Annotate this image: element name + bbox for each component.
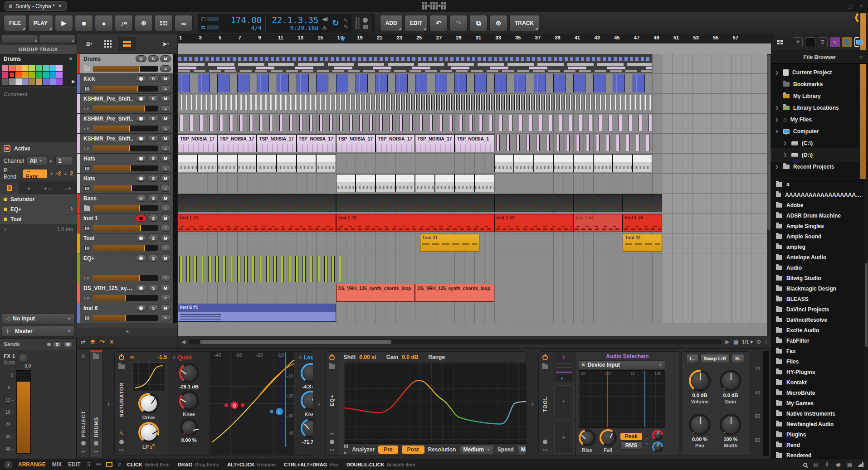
width-knob[interactable]: 100 %Width [720,414,741,448]
marker-band[interactable] [178,43,771,54]
mute-button[interactable]: M [160,305,171,311]
folder-fabfilter[interactable]: FabFilter [771,335,868,346]
swap-lr-button[interactable]: Swap L/R [700,354,730,363]
tree-item-computer[interactable]: ∨Computer [771,126,868,137]
color-swatch[interactable] [43,72,49,78]
sends-mute-button[interactable]: M [63,341,73,348]
project-tab[interactable]: Sonify - Chyba * ✕ [5,1,67,11]
clip-pattern[interactable] [277,154,297,172]
folder-antelope-audio[interactable]: Antelope Audio [771,252,868,262]
solo-button[interactable]: S [148,215,159,222]
keyboard-icon[interactable]: ▦ [847,461,852,468]
sidechain-lowcut-line[interactable] [607,371,608,427]
eq-curve-display[interactable] [344,363,527,444]
clip-pattern[interactable] [613,154,633,172]
track-menu-button[interactable]: ≡ [160,85,171,92]
panel-active-icon[interactable] [106,462,112,467]
clip-pattern[interactable] [623,194,662,212]
modulator-slot-1[interactable]: + [554,385,574,418]
folder-ample-sound[interactable]: Ample Sound [771,231,868,242]
add-device-slot-3[interactable]: + [527,350,538,457]
arrange-view-icon[interactable] [118,37,136,51]
device-enabled-icon[interactable] [4,208,7,211]
add-device-slot-2[interactable]: + [313,350,325,457]
solo-button[interactable]: S [148,95,159,102]
record-arm-button[interactable] [136,135,146,142]
clip-pattern[interactable] [435,174,455,192]
quiet-threshold-knob[interactable]: -28.1 dB [179,363,199,389]
folder-bitwig-studio[interactable]: Bitwig Studio [771,273,868,283]
quiet-amount-knob[interactable]: 0.00 % [180,418,198,443]
io-toggle-icon[interactable]: ⇄ [81,339,86,345]
zoom-in-icon[interactable]: ⊕ [756,339,761,345]
record-arm-button[interactable] [136,155,146,162]
track-header-bass[interactable]: BassSM≡ [77,194,177,213]
mute-button[interactable]: M [160,175,171,182]
rise-knob[interactable]: Rise [579,429,596,453]
track-name[interactable]: Kick [83,76,134,82]
track-menu-button[interactable]: ≡ [160,315,171,321]
clip-pattern[interactable] [198,154,218,172]
inspector-device-eq[interactable]: EQ+⌇ [0,204,77,214]
record-arm-button[interactable] [136,55,146,62]
position-display[interactable]: 22.1.3.35 0:29.168 [269,15,318,32]
zoom-fit-icon[interactable]: ↕ [765,339,767,345]
clip-ds_vrh_125_synth_chords_loop[interactable]: DS_VRH_125_synth_chords_loop [336,284,415,302]
folder-kontakt[interactable]: Kontakt [771,377,868,388]
clip-pattern[interactable] [297,154,317,172]
color-swatch[interactable] [36,72,42,78]
eq-power-icon[interactable] [329,355,335,360]
comment-field[interactable]: Comment [0,87,77,141]
swing-icon[interactable]: ∿ [344,23,348,29]
tree-item-d[interactable]: ❯(D:\) [771,149,868,161]
folder-blackmagic-design[interactable]: Blackmagic Design [771,283,868,294]
clip-tool-2[interactable]: Tool #2 [623,234,662,252]
solo-button[interactable]: S [148,305,159,311]
device-enabled-icon[interactable] [4,218,7,221]
mute-button[interactable]: M [160,55,171,62]
eq-analyzer-post-button[interactable]: Post [402,446,424,454]
saturator-preset-icon[interactable] [118,364,125,369]
add-track-button[interactable]: + [77,328,177,336]
sidechain-input-select[interactable]: × Device Input▼ [579,360,665,369]
folder-excite-audio[interactable]: Excite Audio [771,325,868,335]
track-menu-button[interactable]: ≡ [160,205,171,212]
folder-ampleg[interactable]: ampleg [771,242,868,252]
clip-tool-1[interactable]: Tool #1 [420,234,479,252]
play-button[interactable]: ▶ [55,15,73,31]
lane-inst-1[interactable]: Inst 1 #1Inst 1 #2Inst 1 #3Inst 1 #4Inst… [178,213,771,233]
track-menu-button[interactable]: TRACK [509,15,539,31]
tab-user-icon[interactable]: 👤 [842,37,852,47]
eq-display-mode-icon[interactable]: ⅲ ▾ [344,443,348,456]
rms-mode-button[interactable]: RMS [620,441,643,450]
color-swatch[interactable] [49,65,56,71]
track-volume-bar[interactable] [93,225,158,231]
clip-inst-6-1[interactable]: Inst 6 #1 [178,304,336,322]
folder-aaaaaaaaaaaaaaaaaaaaaaaa-[interactable]: AAAAAAAAAAAAAAAAAAAAAAAA... [771,189,868,200]
tree-item-recentprojects[interactable]: ❯Recent Projects [771,161,868,173]
solo-button[interactable]: S [148,135,159,142]
solo-button[interactable]: S [148,75,159,82]
browser-scrollbar[interactable] [864,179,868,459]
clip-pattern[interactable] [178,54,652,73]
solo-button[interactable]: S [148,115,159,122]
color-swatch[interactable] [2,72,8,78]
mute-button[interactable]: M [160,155,171,162]
timeline-ruler[interactable]: 1357911131517192123252729313335373941434… [178,34,771,54]
folder-ample-singles[interactable]: Ample Singles [771,221,868,231]
clip-pattern[interactable] [217,154,237,172]
tool-power-icon[interactable] [542,355,548,360]
color-swatch[interactable] [29,78,35,85]
maximize-icon[interactable]: ▢ [847,3,852,9]
close-project-icon[interactable]: ✕ [58,3,62,9]
color-swatch[interactable] [15,72,22,78]
track-name[interactable]: Tool [83,235,134,242]
clip-inst-1-3[interactable]: Inst 1 #3 [494,214,573,232]
eq-analyzer-pre-button[interactable]: Pre [378,446,398,454]
track-name[interactable]: Inst 1 [83,215,134,222]
tab-drums-device-chain[interactable]: DRUMS ⊶ [90,350,102,457]
grid-view-icon[interactable] [99,37,117,51]
clip-tsp_noisia_17[interactable]: TSP_NOISIA_17 [217,134,257,152]
solo-button[interactable]: S [148,175,159,182]
folder-rend[interactable]: Rend [771,440,868,450]
